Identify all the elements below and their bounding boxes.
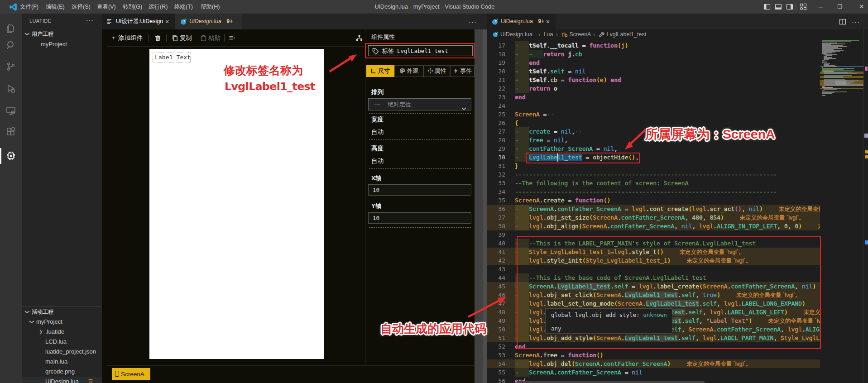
palette-icon	[399, 67, 407, 74]
active-view-indicator	[0, 148, 1, 164]
menu-2[interactable]: 编辑(E)	[42, 0, 68, 14]
editor-group1-more-actions[interactable]: ···	[469, 17, 477, 26]
copy-button[interactable]: 复制	[180, 29, 192, 47]
close-button[interactable]: ✕	[855, 0, 868, 14]
tree-item-label: 活动工程	[32, 307, 53, 317]
sidebar-item--[interactable]: ❯活动工程	[22, 307, 102, 317]
horizontal-scrollbar-thumb[interactable]	[517, 381, 705, 383]
breadcrumb-item-ScreenA[interactable]: ScreenA	[570, 29, 591, 40]
props-tab-attributes[interactable]: 属性	[423, 65, 450, 77]
sidebar-item-qrcode.png[interactable]: qrcode.png	[22, 367, 102, 377]
copy-icon[interactable]	[172, 29, 178, 47]
breadcrumb-item-Lua[interactable]: Lua	[544, 29, 553, 40]
toolbar-separator	[224, 34, 225, 42]
annotation-box-tag-field	[365, 43, 475, 58]
menu-4[interactable]: 查看(V)	[93, 0, 120, 14]
code-token: (	[579, 223, 582, 230]
code-token: ScreenA	[515, 197, 540, 204]
canvas-label-selection[interactable]: Label Text	[153, 53, 191, 62]
sidebar-item-UiDesign.lua[interactable]: UiDesign.lua	[22, 377, 102, 383]
ruler-icon	[371, 67, 378, 74]
sidebar-item-myProject[interactable]: ❯myProject	[22, 317, 102, 327]
breadcrumb-item-UiDesign-lua[interactable]: UiDesign.lua	[500, 29, 532, 40]
sidebar-more-actions[interactable]: ···	[86, 16, 94, 24]
layout-left-icon[interactable]	[763, 3, 771, 10]
tree-item-label: 用户工程	[32, 29, 53, 39]
canvas-label-text[interactable]: Label Text	[155, 54, 191, 61]
editor-group2-more-actions[interactable]: ···	[852, 17, 860, 26]
code-token: )	[667, 360, 671, 367]
sidebar-item-.luatide[interactable]: ❯.luatide	[22, 327, 102, 337]
layout-bottom-icon[interactable]	[775, 3, 782, 10]
menu-8[interactable]: 帮助(H)	[197, 0, 223, 14]
tab-label: UI设计器:UiDesign	[116, 14, 163, 29]
minimap-line	[820, 41, 863, 42]
arrange-select[interactable]: —绝对定位	[368, 98, 471, 110]
add-component-plus-icon[interactable]: +	[112, 29, 115, 47]
props-tab-size[interactable]: 尺寸	[366, 65, 394, 77]
screen-tab[interactable]: ScreenA	[112, 368, 150, 380]
layout-right-icon[interactable]	[786, 3, 793, 10]
delete-component-button[interactable]	[154, 29, 161, 47]
add-component-button[interactable]: 添加组件	[118, 29, 143, 47]
code-token: cb	[575, 51, 582, 57]
code-token: ,	[674, 223, 681, 230]
minimap[interactable]	[820, 40, 863, 383]
sidebar-item--[interactable]: ❯用户工程	[22, 29, 102, 39]
line-number: 28	[487, 136, 505, 144]
menu-7[interactable]: 终端(T)	[171, 0, 197, 14]
menu-5[interactable]: 转到(G)	[119, 0, 146, 14]
menu-1[interactable]: 文件(F)	[16, 0, 42, 14]
maximize-button[interactable]: ❐	[833, 0, 847, 14]
tab-uidesign-lua-preview[interactable]: UiDesign.lua9+	[175, 14, 242, 29]
activity-extensions[interactable]	[5, 127, 16, 138]
breadcrumb: UiDesign.lua›Lua›ScreenA›LvglLabel1_test	[487, 29, 868, 40]
props-tab-events[interactable]: 事件	[450, 65, 475, 77]
sidebar-item-myProject[interactable]: myProject	[22, 39, 102, 49]
minimize-button[interactable]: –	[814, 0, 827, 14]
code-token: .	[540, 352, 543, 359]
code-token: .	[713, 223, 717, 230]
line-number: 29	[487, 144, 505, 153]
tab-close-icon[interactable]: ✕	[163, 19, 171, 26]
activity-remote-explorer[interactable]	[5, 105, 16, 116]
activity-run-debug[interactable]	[5, 83, 16, 94]
activity-explorer[interactable]	[5, 23, 16, 34]
menu-6[interactable]: 运行(R)	[145, 0, 171, 14]
editor-group2-tabs: UiDesign.lua9+✕···	[487, 14, 868, 29]
code-token: ScreenA	[593, 214, 618, 221]
tab-ui-designer[interactable]: UI设计器:UiDesign✕	[102, 14, 175, 29]
activity-search[interactable]	[5, 40, 16, 51]
tab-uidesign-lua[interactable]: UiDesign.lua9+✕	[487, 14, 556, 29]
code-line-33: 33--The following is the content of scre…	[487, 179, 820, 187]
code-token: ScreenA	[515, 111, 540, 118]
code-token: function	[568, 77, 596, 83]
props-tab-appearance[interactable]: 外观	[394, 65, 423, 77]
line-number: 21	[487, 76, 505, 84]
sidebar-item-main.lua[interactable]: main.lua	[22, 357, 102, 367]
tab-close-icon[interactable]: ✕	[544, 19, 551, 26]
line-number: 32	[487, 170, 505, 179]
menu-3[interactable]: 选择(S)	[68, 0, 94, 14]
delete-file-icon[interactable]	[87, 378, 94, 383]
line-number: 30	[487, 153, 505, 162]
designer-canvas[interactable]: Label Text	[149, 49, 324, 359]
activity-source-control[interactable]	[5, 61, 16, 72]
component-list-menu-button[interactable]	[229, 29, 235, 47]
split-editor-icon[interactable]	[839, 18, 846, 25]
layout-custom-icon[interactable]	[800, 3, 807, 10]
paste-icon[interactable]	[200, 29, 207, 47]
activity-bar	[0, 14, 22, 383]
sidebar-item-LCD.lua[interactable]: LCD.lua	[22, 337, 102, 347]
sidebar-item-luatide-project.json[interactable]: luatide_project.json	[22, 347, 102, 357]
breadcrumb-separator-icon: ›	[538, 29, 541, 40]
code-token: function	[575, 197, 604, 204]
component-tree-button[interactable]	[356, 29, 363, 47]
activity-luatide[interactable]	[5, 150, 16, 161]
y-axis-input[interactable]: 10	[368, 212, 471, 224]
code-token: (	[596, 77, 600, 83]
breadcrumb-item-LvglLabel1-test[interactable]: LvglLabel1_test	[607, 29, 647, 40]
paste-button[interactable]: 粘贴	[208, 29, 221, 47]
x-axis-input[interactable]: 10	[368, 184, 471, 196]
width-value: 自动	[371, 128, 384, 136]
